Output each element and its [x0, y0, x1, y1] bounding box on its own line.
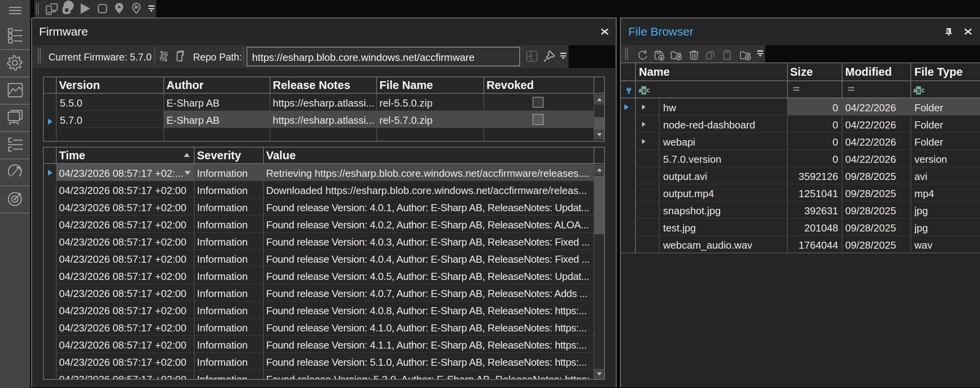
- svg-text:C: C: [647, 88, 650, 94]
- svg-text:B: B: [917, 88, 921, 94]
- svg-text:B: B: [642, 88, 646, 94]
- svg-text:C: C: [921, 88, 925, 94]
